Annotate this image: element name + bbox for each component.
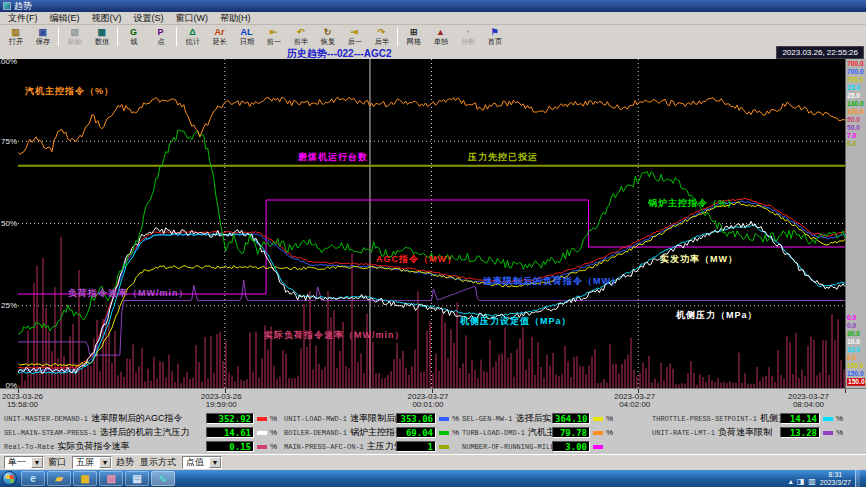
title-bar[interactable]: 趋势: [0, 0, 866, 12]
taskbar-app-trend[interactable]: ∿: [151, 471, 175, 486]
toolbar-button-14[interactable]: ⊞网格: [400, 25, 427, 48]
legend-point-name: SEL-GEN-MW-1选择后实发功率: [462, 412, 552, 425]
网格-icon: ⊞: [410, 28, 418, 37]
right-axis-value: 150.0: [847, 362, 865, 370]
legend-row[interactable]: UNIT-RATE-LMT-1负荷速率限制13.28%: [652, 426, 852, 439]
toolbox-icon: ▦: [80, 473, 89, 484]
统计-icon: Δ: [189, 28, 195, 37]
legend-row[interactable]: UNIT-MASTER-DEMAND-1速率限制后的AGC指令352.92%: [4, 412, 286, 425]
taskbar-app-ie[interactable]: e: [21, 471, 45, 486]
toolbar-button-4[interactable]: G线: [120, 25, 147, 48]
plot-area[interactable]: 汽机主控指令（%）磨煤机运行台数压力先控已投运锅炉主控指令（%）AGC指令（MW…: [18, 59, 845, 388]
chevron-down-icon[interactable]: ▼: [209, 457, 221, 468]
toolbar-button-12[interactable]: ⇥后一: [341, 25, 368, 48]
point-unit: %: [606, 414, 613, 423]
point-description: 实际负荷指令速率: [57, 441, 129, 451]
toolbar-button-15[interactable]: ▲单独: [427, 25, 454, 48]
taskbar-app-clipboard[interactable]: ▤: [125, 471, 149, 486]
legend-row[interactable]: TURB-LOAD-DMD-1汽机主控指令79.78%: [462, 426, 622, 439]
taskbar-app-toolbox[interactable]: ▦: [73, 471, 97, 486]
legend-point-name: BOILER-DEMAND-1锅炉主控指令: [284, 426, 396, 439]
toolbar-button-0[interactable]: ▨打开: [2, 25, 29, 48]
首页-icon: ⚑: [490, 28, 498, 37]
point-unit: %: [270, 442, 277, 451]
legend-point-name: THROTTLE-PRESS-SETPOINT-1机侧主汽压力设定值: [652, 412, 780, 425]
toolbar-button-6[interactable]: Δ统计: [179, 25, 206, 48]
chevron-down-icon[interactable]: ▼: [31, 457, 43, 468]
legend-row[interactable]: Real-To-Rate实际负荷指令速率0.15%: [4, 440, 286, 453]
legend-row[interactable]: UNIT-LOAD-MWD-1速率限制后的MW指令（不包含一次调频）353.06…: [284, 412, 468, 425]
menu-bar: 文件(F)编辑(E)视图(V)设置(S)窗口(W)帮助(H): [0, 12, 866, 25]
start-button[interactable]: [2, 471, 17, 486]
x-tick: [845, 389, 846, 393]
legend-row[interactable]: SEL-MAIN-STEAM-PRESS-1选择后的机前主汽压力14.61%: [4, 426, 286, 439]
curve-label-3: 锅炉主控指令（%）: [648, 197, 737, 210]
toolbar-button-label: 分析: [460, 37, 474, 45]
legend-point-name: NUMBER-OF-RUNNING-MILL-1磨煤机运行台数: [462, 440, 552, 453]
taskbar: e▰▦▨▤∿ ▴◨▥ 8:31 2023/3/27: [0, 470, 866, 487]
view-combobox-value: 单一: [5, 456, 31, 469]
legend-row[interactable]: THROTTLE-PRESS-SETPOINT-1机侧主汽压力设定值14.14%: [652, 412, 852, 425]
menu-item-0[interactable]: 文件(F): [2, 12, 44, 24]
point-unit: %: [836, 414, 843, 423]
point-description: 负荷速率限制: [718, 427, 772, 437]
y-axis-label: 50%: [1, 219, 17, 228]
toolbar-button-9[interactable]: ⇤前一: [260, 25, 287, 48]
legend-point-name: SEL-MAIN-STEAM-PRESS-1选择后的机前主汽压力: [4, 426, 206, 439]
window-label: 窗口: [48, 456, 66, 469]
trend-icon: ∿: [159, 473, 167, 484]
toolbar-button-17[interactable]: ⚑首页: [481, 25, 508, 48]
legend-row[interactable]: MAIN-PRESS-AFC-ON-1主压力先控已投运1: [284, 440, 468, 453]
display-mode-label: 显示方式: [140, 456, 176, 469]
toolbar-button-5[interactable]: P点: [147, 25, 174, 48]
point-description: 选择后的机前主汽压力: [99, 427, 189, 437]
right-axis-value: 100.0: [847, 108, 865, 116]
trend-chart[interactable]: 100%75%50%25%0% 汽机主控指令（%）磨煤机运行台数压力先控已投运锅…: [0, 59, 866, 388]
screen-combobox[interactable]: 五屏 ▼: [72, 456, 112, 469]
taskbar-clock[interactable]: 8:31 2023/3/27: [820, 471, 851, 487]
point-unit: %: [270, 414, 277, 423]
toolbar-button-label: 线: [130, 37, 137, 45]
tray-icon-1[interactable]: ◨: [797, 477, 805, 486]
pen-color-swatch: [439, 431, 449, 435]
menu-item-1[interactable]: 编辑(E): [44, 12, 86, 24]
right-axis-value: 700.0: [847, 68, 865, 76]
taskbar-app-folder[interactable]: ▰: [47, 471, 71, 486]
legend-row[interactable]: NUMBER-OF-RUNNING-MILL-1磨煤机运行台数3.00: [462, 440, 622, 453]
toolbar-button-10[interactable]: ↶前半: [287, 25, 314, 48]
toolbar-button-7[interactable]: Ar延长: [206, 25, 233, 48]
toolbar-button-label: 点: [157, 37, 164, 45]
taskbar-app-viewer[interactable]: ▨: [99, 471, 123, 486]
clock-date: 2023/3/27: [820, 479, 851, 487]
menu-item-5[interactable]: 帮助(H): [214, 12, 257, 24]
toolbar-button-13[interactable]: ↷后半: [368, 25, 395, 48]
view-combobox[interactable]: 单一 ▼: [4, 456, 44, 469]
menu-item-3[interactable]: 设置(S): [128, 12, 170, 24]
toolbar-button-1[interactable]: ▣保存: [29, 25, 56, 48]
toolbar-button-11[interactable]: ↻恢复: [314, 25, 341, 48]
legend-row[interactable]: BOILER-DEMAND-1锅炉主控指令69.04%: [284, 426, 468, 439]
menu-item-2[interactable]: 视图(V): [86, 12, 128, 24]
chevron-down-icon[interactable]: ▼: [99, 457, 111, 468]
toolbar-button-label: 保存: [35, 37, 49, 45]
toolbar-button-label: 后半: [374, 37, 388, 45]
right-axis-min-values: 0.00.030.010.010.00.0150.0150.0150.0: [847, 314, 866, 386]
x-label-time: 04:02:00: [614, 401, 655, 409]
tray-icon-0[interactable]: ▴: [789, 477, 793, 486]
point-tag: SEL-MAIN-STEAM-PRESS-1: [4, 429, 96, 437]
后一-icon: ⇥: [351, 28, 359, 37]
toolbar-button-3[interactable]: ▦数值: [88, 25, 115, 48]
legend-panel: UNIT-MASTER-DEMAND-1速率限制后的AGC指令352.92%SE…: [0, 410, 866, 454]
pen-color-swatch: [257, 431, 267, 435]
curves-svg: [18, 59, 845, 388]
tray-icon-2[interactable]: ▥: [808, 477, 816, 486]
time-axis: 2023-03-2615:58:002023-03-2619:59:002023…: [0, 388, 866, 410]
menu-item-4[interactable]: 窗口(W): [170, 12, 215, 24]
y-axis-label: 25%: [1, 301, 17, 310]
curve-label-4: AGC指令（MW）: [376, 253, 457, 266]
show-desktop-button[interactable]: [855, 470, 860, 487]
display-mode-combobox[interactable]: 点值 ▼: [182, 456, 222, 469]
pen-color-swatch: [823, 417, 833, 421]
toolbar-button-8[interactable]: AL日期: [233, 25, 260, 48]
legend-row[interactable]: SEL-GEN-MW-1选择后实发功率364.10%: [462, 412, 622, 425]
